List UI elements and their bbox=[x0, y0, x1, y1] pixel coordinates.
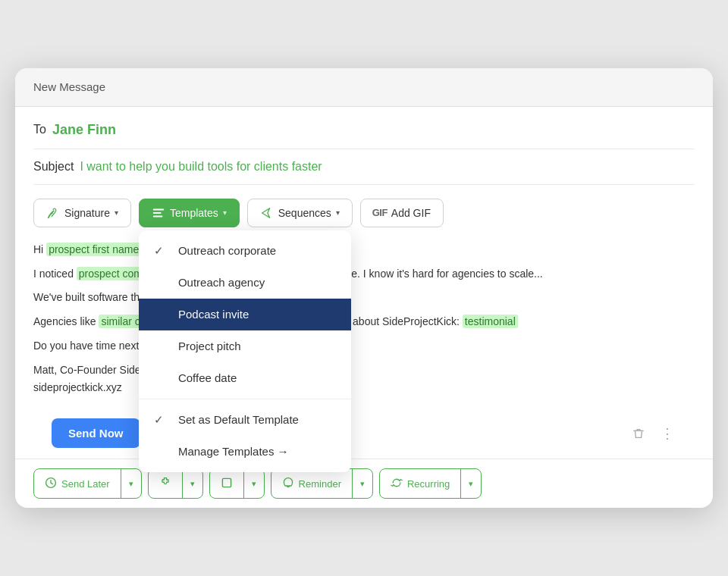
check-set-default: ✓ bbox=[154, 413, 169, 427]
email-pre-2: I noticed bbox=[33, 268, 77, 280]
recurring-group[interactable]: Recurring ▾ bbox=[379, 468, 482, 499]
reminder-main[interactable]: Reminder bbox=[271, 470, 352, 498]
subject-label: Subject bbox=[33, 160, 74, 174]
template-label-outreach-agency: Outreach agency bbox=[178, 276, 265, 289]
bottom-actions-bar: Send Later ▾ ▾ ▾ bbox=[15, 459, 713, 508]
plugin-arrow[interactable]: ▾ bbox=[183, 469, 202, 498]
send-now-button[interactable]: Send Now bbox=[52, 418, 140, 448]
recurring-arrow[interactable]: ▾ bbox=[461, 469, 481, 498]
templates-chevron: ▾ bbox=[223, 208, 227, 217]
sequences-button[interactable]: Sequences ▾ bbox=[247, 199, 353, 227]
template-label-outreach-corporate: Outreach corporate bbox=[178, 244, 276, 257]
tag-icon bbox=[221, 477, 233, 491]
manage-templates-label: Manage Templates → bbox=[178, 445, 289, 458]
email-line-2: I noticed prospect company helps b... he… bbox=[33, 265, 695, 283]
reminder-arrow[interactable]: ▾ bbox=[353, 469, 372, 498]
email-pre-4: Agencies like bbox=[33, 315, 99, 327]
send-later-arrow[interactable]: ▾ bbox=[121, 469, 141, 498]
template-outreach-agency[interactable]: ✓ Outreach agency bbox=[139, 267, 351, 299]
recipient-name: Jane Finn bbox=[52, 122, 116, 138]
template-outreach-corporate[interactable]: ✓ Outreach corporate bbox=[139, 235, 351, 267]
templates-dropdown-menu: ✓ Outreach corporate ✓ Outreach agency ✓… bbox=[139, 230, 351, 472]
email-line-5: Do you have time next week for a 1... bbox=[33, 337, 695, 355]
templates-label: Templates bbox=[170, 207, 218, 219]
highlight-testimonial: testimonial bbox=[463, 315, 518, 328]
send-later-label: Send Later bbox=[61, 478, 110, 490]
sequences-chevron: ▾ bbox=[336, 208, 340, 217]
send-later-icon bbox=[45, 477, 57, 491]
email-body: Hi prospect first name, I noticed prospe… bbox=[33, 241, 695, 398]
add-gif-label: Add GIF bbox=[391, 207, 431, 219]
email-pre-1: Hi bbox=[33, 243, 46, 255]
template-label-coffee-date: Coffee date bbox=[178, 371, 237, 384]
subject-line: Subject I want to help you build tools f… bbox=[33, 160, 695, 185]
reminder-group[interactable]: Reminder ▾ bbox=[271, 468, 373, 499]
set-default-template[interactable]: ✓ Set as Default Template bbox=[139, 404, 351, 436]
email-signature-2: sideprojectkick.xyz bbox=[33, 379, 695, 397]
template-project-pitch[interactable]: ✓ Project pitch bbox=[139, 330, 351, 362]
check-outreach-corporate: ✓ bbox=[154, 244, 169, 258]
send-row: Send Now A 📎 😊 ⋮ bbox=[33, 411, 695, 459]
svg-rect-2 bbox=[153, 215, 163, 217]
templates-button[interactable]: Templates ▾ bbox=[139, 199, 240, 227]
dropdown-divider bbox=[139, 399, 351, 399]
template-label-project-pitch: Project pitch bbox=[178, 340, 241, 352]
toolbar: Signature ▾ Templates ▾ bbox=[33, 199, 695, 227]
modal-title: New Message bbox=[33, 80, 105, 93]
tag-main[interactable] bbox=[210, 470, 243, 498]
template-podcast-invite[interactable]: ✓ Podcast invite bbox=[139, 299, 351, 330]
svg-rect-0 bbox=[153, 208, 164, 210]
email-line-1: Hi prospect first name, bbox=[33, 241, 695, 259]
signature-chevron: ▾ bbox=[115, 208, 118, 217]
signature-icon bbox=[46, 206, 60, 220]
email-line-4: Agencies like similar company tried... '… bbox=[33, 313, 695, 331]
svg-rect-8 bbox=[222, 478, 231, 487]
sequences-icon bbox=[260, 206, 274, 220]
recurring-label: Recurring bbox=[407, 478, 450, 490]
email-line-3: We've built software that gives you... a… bbox=[33, 289, 695, 307]
add-gif-button[interactable]: GIF Add GIF bbox=[360, 199, 444, 227]
gif-icon: GIF bbox=[373, 206, 387, 220]
sequences-label: Sequences bbox=[278, 207, 331, 219]
subject-text: I want to help you build tools for clien… bbox=[80, 160, 322, 174]
send-later-group[interactable]: Send Later ▾ bbox=[33, 468, 142, 499]
modal-window: New Message To Jane Finn Subject I want … bbox=[15, 68, 713, 509]
tag-arrow[interactable]: ▾ bbox=[244, 469, 264, 498]
set-default-label: Set as Default Template bbox=[178, 413, 299, 426]
manage-templates[interactable]: ✓ Manage Templates → bbox=[139, 436, 351, 468]
plugin-group[interactable]: ▾ bbox=[148, 468, 203, 499]
template-label-podcast-invite: Podcast invite bbox=[178, 308, 249, 321]
highlight-prospect-name: prospect first name, bbox=[46, 243, 144, 256]
recurring-icon bbox=[391, 477, 403, 491]
plugin-icon bbox=[159, 477, 171, 491]
reminder-label: Reminder bbox=[299, 478, 341, 490]
more-options-icon[interactable]: ⋮ bbox=[658, 424, 676, 443]
reminder-icon bbox=[282, 477, 294, 491]
signature-button[interactable]: Signature ▾ bbox=[33, 199, 131, 227]
signature-label: Signature bbox=[64, 207, 110, 219]
send-later-main[interactable]: Send Later bbox=[34, 470, 121, 498]
templates-dropdown-container: Templates ▾ ✓ Outreach corporate ✓ Outre… bbox=[139, 199, 240, 227]
template-coffee-date[interactable]: ✓ Coffee date bbox=[139, 362, 351, 394]
svg-rect-1 bbox=[153, 212, 162, 214]
recurring-main[interactable]: Recurring bbox=[380, 470, 460, 498]
modal-header: New Message bbox=[15, 68, 713, 107]
tag-group[interactable]: ▾ bbox=[209, 468, 265, 499]
plugin-main[interactable] bbox=[149, 470, 182, 498]
to-label: To bbox=[33, 123, 46, 136]
modal-body: To Jane Finn Subject I want to help you … bbox=[15, 107, 713, 459]
delete-icon[interactable] bbox=[629, 424, 648, 443]
to-line: To Jane Finn bbox=[33, 122, 695, 149]
email-signature-1: Matt, Co-Founder SideProjectKick bbox=[33, 362, 695, 380]
templates-icon bbox=[152, 206, 165, 220]
